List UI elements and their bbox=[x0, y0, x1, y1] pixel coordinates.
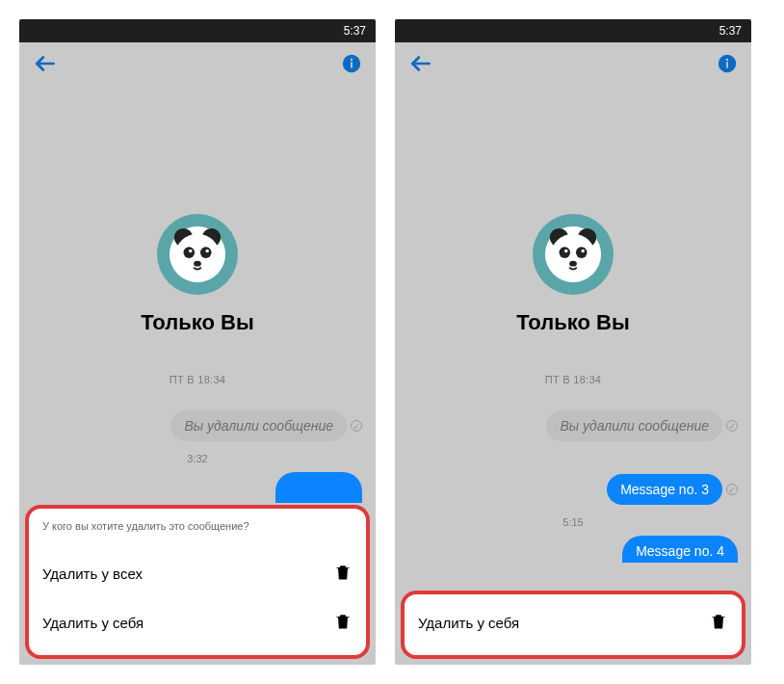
svg-point-11 bbox=[205, 250, 208, 252]
svg-point-16 bbox=[726, 59, 728, 61]
phone-right: 5:37 bbox=[395, 19, 751, 665]
status-time: 5:37 bbox=[344, 24, 366, 38]
svg-point-7 bbox=[175, 234, 221, 279]
delete-for-all-button[interactable]: Удалить у всех bbox=[42, 549, 353, 598]
svg-point-10 bbox=[189, 250, 192, 252]
contact-name: Только Вы bbox=[141, 310, 253, 335]
info-icon[interactable] bbox=[717, 53, 738, 78]
status-time: 5:37 bbox=[719, 24, 742, 38]
info-icon[interactable] bbox=[341, 53, 362, 78]
date-label: ПТ В 18:34 bbox=[545, 374, 602, 385]
sent-check-icon: ✓ bbox=[726, 420, 738, 432]
delete-for-all-label: Удалить у всех bbox=[42, 566, 143, 582]
trash-icon bbox=[333, 563, 353, 585]
delete-for-self-label: Удалить у себя bbox=[42, 615, 144, 631]
message-row-1: Message no. 3 ✓ bbox=[395, 474, 751, 505]
chat-content: Только Вы ПТ В 18:34 Вы удалили сообщени… bbox=[395, 89, 751, 665]
contact-avatar[interactable] bbox=[157, 214, 238, 295]
time-label: 3:32 bbox=[19, 453, 376, 464]
back-arrow-icon[interactable] bbox=[408, 51, 433, 80]
message-row-deleted: Вы удалили сообщение ✓ bbox=[395, 410, 751, 441]
contact-avatar[interactable] bbox=[533, 214, 614, 295]
svg-point-21 bbox=[559, 247, 570, 258]
delete-for-self-label: Удалить у себя bbox=[418, 615, 519, 631]
status-bar: 5:37 bbox=[395, 19, 751, 42]
phone-left: 5:37 bbox=[19, 19, 376, 665]
trash-icon bbox=[333, 612, 353, 634]
svg-point-20 bbox=[551, 234, 596, 279]
top-bar bbox=[395, 42, 751, 89]
message-row-2: Message no. 4 bbox=[395, 536, 751, 563]
svg-point-25 bbox=[569, 261, 577, 267]
sent-check-icon: ✓ bbox=[726, 484, 738, 495]
message-bubble-cut[interactable] bbox=[275, 472, 362, 503]
message-row-partial bbox=[19, 472, 376, 503]
svg-point-8 bbox=[183, 247, 195, 258]
svg-rect-2 bbox=[351, 62, 353, 67]
contact-name: Только Вы bbox=[516, 310, 629, 335]
status-bar: 5:37 bbox=[19, 19, 376, 42]
date-label: ПТ В 18:34 bbox=[170, 374, 226, 385]
svg-point-23 bbox=[564, 250, 567, 252]
svg-point-9 bbox=[200, 247, 212, 258]
time-label: 5:15 bbox=[395, 516, 751, 528]
svg-point-12 bbox=[194, 261, 201, 267]
deleted-message-bubble[interactable]: Вы удалили сообщение bbox=[546, 410, 722, 441]
back-arrow-icon[interactable] bbox=[33, 51, 58, 80]
svg-point-24 bbox=[581, 250, 584, 252]
deleted-message-bubble[interactable]: Вы удалили сообщение bbox=[170, 410, 347, 441]
delete-for-self-button[interactable]: Удалить у себя bbox=[42, 598, 353, 647]
message-bubble[interactable]: Message no. 4 bbox=[622, 536, 738, 563]
svg-point-22 bbox=[576, 247, 588, 258]
svg-rect-15 bbox=[726, 62, 728, 67]
top-bar bbox=[19, 42, 376, 89]
sheet-title: У кого вы хотите удалить это сообщение? bbox=[42, 520, 353, 532]
delete-for-self-button[interactable]: Удалить у себя bbox=[418, 598, 728, 647]
svg-point-3 bbox=[351, 59, 353, 61]
trash-icon bbox=[709, 612, 728, 634]
delete-sheet: Удалить у себя bbox=[401, 591, 745, 659]
delete-sheet: У кого вы хотите удалить это сообщение? … bbox=[25, 505, 370, 659]
message-row-deleted: Вы удалили сообщение ✓ bbox=[19, 410, 376, 441]
sent-check-icon: ✓ bbox=[351, 420, 362, 432]
message-bubble[interactable]: Message no. 3 bbox=[607, 474, 722, 505]
